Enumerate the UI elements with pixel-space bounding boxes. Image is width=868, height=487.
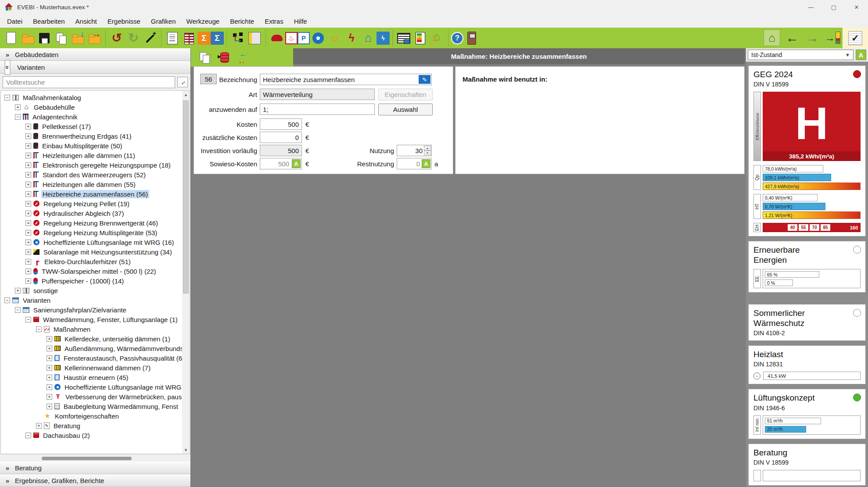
spin-up-icon[interactable]: ▲ (424, 146, 431, 150)
sum-orange-icon[interactable]: Σ (197, 32, 211, 45)
tree-item-regelung-heizung-brennwertger-t-46[interactable]: +Regelung Heizung Brennwertgerät (46) (1, 218, 182, 228)
construction-wall-icon[interactable] (246, 30, 263, 47)
tree-item-komforteigenschaften[interactable]: Komforteigenschaften (1, 411, 182, 421)
report-doc-icon[interactable] (164, 30, 181, 47)
expander-plus-icon[interactable]: + (47, 355, 52, 361)
menu-extras[interactable]: Extras (259, 16, 289, 27)
bezeichnung-input[interactable] (260, 74, 432, 85)
tree-item-au-end-mmung-w-rmed-mmverbundsystem[interactable]: +Außendämmung, Wärmedämmverbundsystem (1, 344, 182, 353)
tree-item-baubegleitung-w-rmed-mmung-fenst[interactable]: +Baubegleitung Wärmedämmung, Fenst (1, 401, 182, 411)
expander-plus-icon[interactable]: + (25, 153, 31, 158)
solar-icon[interactable]: ☼ (326, 30, 343, 47)
results-table-icon[interactable] (395, 30, 412, 47)
scrollbar-thumb[interactable] (183, 100, 189, 294)
kosten-input[interactable] (260, 118, 302, 130)
tree-horizontal-scrollbar[interactable] (0, 454, 190, 462)
zusatz-kosten-input[interactable] (260, 132, 302, 143)
economy-house-icon[interactable]: ⌂ (360, 30, 377, 47)
tree-item-pelletkessel-17[interactable]: +Pelletkessel (17) (1, 122, 182, 131)
tree-item-anlagentechnik[interactable]: −Anlagentechnik (1, 112, 182, 122)
menu-berichte[interactable]: Berichte (225, 16, 259, 27)
tree-item-hocheffiziente-l-ftungsanlage-mit-wrg[interactable]: +Hocheffiziente Lüftungsanlage mit WRG (1, 382, 182, 392)
expander-plus-icon[interactable]: + (47, 346, 52, 351)
anwenden-input[interactable] (260, 104, 375, 115)
schema-icon[interactable] (230, 30, 246, 47)
copy-measure-icon[interactable] (196, 49, 213, 66)
undo-icon[interactable]: ↺ (108, 30, 125, 47)
building-view-icon[interactable]: ⌂ (764, 29, 780, 46)
tree-item-regelung-heizung-multisplitger-te-53[interactable]: +Regelung Heizung Multisplitgeräte (53) (1, 228, 182, 237)
sanitary-icon[interactable]: P (298, 32, 310, 44)
minimize-button[interactable]: — (800, 0, 822, 14)
tree-item-verbesserung-der-w-rmebr-cken-paus[interactable]: +Verbesserung der Wärmebrücken, paus (1, 392, 182, 401)
database-icon[interactable]: ▶ (216, 49, 233, 66)
expander-plus-icon[interactable]: + (47, 394, 52, 400)
tree-item-heizleitungen-alle-d-mmen-55[interactable]: +Heizleitungen alle dämmen (55) (1, 179, 182, 189)
menu-ansicht[interactable]: Ansicht (70, 16, 102, 27)
tree-item-sanierungsfahrplan-zielvariante[interactable]: −Sanierungsfahrplan/Zielvariante (1, 305, 182, 315)
heating-icon[interactable]: ♨ (285, 32, 298, 44)
expander-minus-icon[interactable]: − (15, 307, 21, 313)
menu-grafiken[interactable]: Grafiken (146, 16, 181, 27)
expander-plus-icon[interactable]: + (25, 124, 31, 129)
tree-item-heizbereiche-zusammenfassen-56[interactable]: +Heizbereiche zusammenfassen (56) (1, 189, 182, 199)
expander-plus-icon[interactable]: + (47, 336, 52, 342)
menu-werkzeuge[interactable]: Werkzeuge (181, 16, 225, 27)
wizard-icon[interactable] (142, 30, 158, 47)
sum-blue-icon[interactable]: Σ (211, 32, 224, 45)
tree-item-fensteraustausch-passivhausqualit-t-6[interactable]: +Fensteraustausch, Passivhausqualität (6… (1, 353, 182, 363)
open-file-icon[interactable] (19, 30, 36, 47)
tree-item-regelung-heizung-pellet-19[interactable]: +Regelung Heizung Pellet (19) (1, 199, 182, 208)
import-icon[interactable]: ↓ (69, 30, 86, 47)
expander-plus-icon[interactable]: + (25, 259, 31, 265)
edit-pencil-button[interactable]: ✎ (419, 75, 430, 84)
tree-item-sonstige[interactable]: +sonstige (1, 286, 182, 295)
spin-down-icon[interactable]: ▼ (424, 150, 431, 155)
expander-minus-icon[interactable]: − (25, 317, 31, 322)
eigenschaften-button[interactable]: Eigenschaften (378, 89, 433, 100)
expander-plus-icon[interactable]: + (25, 182, 31, 187)
tree-item-ma-nahmenkatalog[interactable]: −Maßnahmenkatalog (1, 93, 182, 102)
auswahl-button[interactable]: Auswahl (378, 104, 433, 115)
expander-minus-icon[interactable]: − (4, 297, 10, 303)
ventilation-icon[interactable] (310, 30, 326, 47)
auto-badge[interactable]: A (292, 159, 301, 168)
tree-item-standort-des-w-rmeerzeugers-52[interactable]: +Standort des Wärmeerzeugers (52) (1, 170, 182, 179)
electric-icon[interactable]: ϟ (343, 30, 360, 47)
roof-icon[interactable] (269, 30, 285, 47)
tree-item-solaranlage-mit-heizungsunterst-tzung-34[interactable]: +Solaranlage mit Heizungsunterstützung (… (1, 247, 182, 257)
tree-item-kellerinnenwand-d-mmen-7[interactable]: +Kellerinnenwand dämmen (7) (1, 363, 182, 372)
tree-vertical-scrollbar[interactable]: ▲ ▼ (182, 91, 190, 454)
expander-minus-icon[interactable]: − (4, 95, 10, 100)
exit-door-icon[interactable] (463, 30, 480, 47)
tree-item-elektro-durchlauferhitzer-51[interactable]: +Elektro-Durchlauferhitzer (51) (1, 257, 182, 266)
redo-icon[interactable]: ↻ (125, 30, 142, 47)
scrollbar-thumb[interactable] (42, 457, 132, 460)
expander-plus-icon[interactable]: + (25, 278, 31, 284)
expander-plus-icon[interactable]: + (47, 404, 52, 409)
menu-hilfe[interactable]: Hilfe (289, 16, 312, 27)
tree-item-tww-solarspeicher-mittel-500-l-22[interactable]: +TWW-Solarspeicher mittel - (500 l) (22) (1, 266, 182, 276)
eco-house-icon[interactable] (429, 30, 445, 47)
tree-item-heizleitungen-alle-d-mmen-11[interactable]: +Heizleitungen alle dämmen (11) (1, 150, 182, 160)
tree-item-brennwertheizung-erdgas-41[interactable]: +Brennwertheizung Erdgas (41) (1, 131, 182, 141)
tree-item-hydraulischer-abgleich-37[interactable]: +Hydraulischer Abgleich (37) (1, 208, 182, 218)
search-input[interactable] (3, 76, 175, 88)
tree-item-hocheffiziente-l-ftungsanlage-mit-wrg-16[interactable]: +Hocheffiziente Lüftungsanlage mit WRG (… (1, 237, 182, 247)
protocol-icon[interactable]: ✓ (847, 30, 864, 47)
expander-plus-icon[interactable]: + (25, 211, 31, 216)
expander-plus-icon[interactable]: + (47, 384, 52, 390)
expander-plus-icon[interactable]: + (36, 423, 42, 429)
collapse-tree-button[interactable] (177, 77, 188, 87)
expander-plus-icon[interactable]: + (47, 375, 52, 380)
nav-back-icon[interactable]: ← (784, 29, 800, 46)
hot-water-icon[interactable]: ϟ (377, 32, 390, 45)
transfer-measure-icon[interactable] (237, 49, 253, 66)
menu-ergebnisse[interactable]: Ergebnisse (102, 16, 146, 27)
tree-item-elektronisch-geregelte-heizungspumpe-18[interactable]: +Elektronisch geregelte Heizungspumpe (1… (1, 160, 182, 170)
auto-badge[interactable]: A (422, 159, 430, 168)
tree-item-haust-r-erneuern-45[interactable]: +Haustür erneuern (45) (1, 372, 182, 382)
expander-minus-icon[interactable]: − (15, 114, 21, 120)
save-icon[interactable] (36, 30, 53, 47)
state-dropdown[interactable]: Ist-Zustand ▼ (748, 50, 854, 60)
